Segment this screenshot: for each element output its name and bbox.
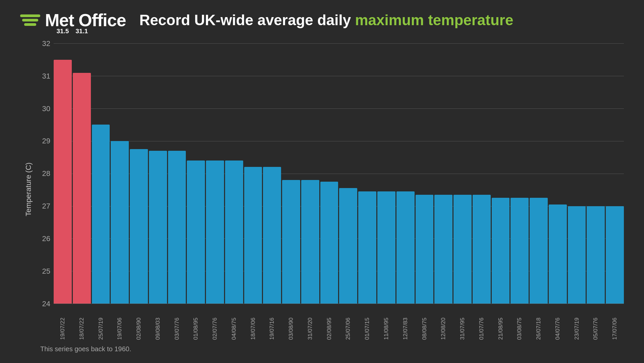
bar — [130, 149, 148, 304]
x-axis-label: 31/07/95 — [453, 305, 472, 342]
bar-wrapper — [377, 37, 395, 304]
bar — [377, 191, 395, 304]
x-axis-label: 05/07/76 — [587, 305, 605, 342]
bar — [473, 195, 491, 304]
wave2-icon — [22, 19, 38, 21]
bar — [453, 195, 472, 304]
footer-note: This series goes back to 1960. — [20, 345, 624, 353]
bar-wrapper — [530, 37, 548, 304]
bar-top-label: 31.1 — [75, 28, 88, 35]
bars-container: 31.531.1 — [54, 37, 624, 304]
y-tick-label: 27 — [30, 202, 50, 211]
y-tick-label: 29 — [30, 137, 50, 145]
bar — [530, 198, 548, 304]
bar-wrapper — [473, 37, 491, 304]
y-tick-label: 32 — [30, 39, 50, 48]
x-axis-label: 25/07/06 — [339, 305, 357, 342]
bar-wrapper — [587, 37, 605, 304]
y-tick-label: 28 — [30, 169, 50, 178]
bar-wrapper — [206, 37, 224, 304]
bar-wrapper — [606, 37, 624, 304]
bar-wrapper — [511, 37, 529, 304]
bar — [168, 151, 186, 304]
bar-wrapper: 31.5 — [54, 37, 72, 304]
wave3-icon — [24, 23, 36, 26]
bar — [111, 141, 129, 304]
x-axis-label: 03/07/76 — [168, 305, 186, 342]
bar-wrapper — [187, 37, 205, 304]
bar — [187, 161, 205, 304]
logo-text: Met Office — [45, 10, 126, 30]
bar — [54, 60, 72, 304]
bar-wrapper — [396, 37, 415, 304]
x-axis-label: 04/07/76 — [549, 305, 567, 342]
x-axis-label: 31/07/20 — [301, 305, 319, 342]
y-tick-label: 30 — [30, 104, 50, 113]
x-axis-label: 19/07/22 — [54, 305, 72, 342]
bar-wrapper — [492, 37, 510, 304]
x-axis-label: 19/07/06 — [111, 305, 129, 342]
bar-wrapper: 31.1 — [73, 37, 91, 304]
bar — [263, 167, 281, 304]
bar-wrapper — [244, 37, 262, 304]
bar — [549, 205, 567, 304]
bar — [492, 198, 510, 304]
bar — [434, 195, 452, 304]
x-axis-label: 18/07/06 — [244, 305, 262, 342]
x-axis-label: 01/07/76 — [473, 305, 491, 342]
x-axis-label: 09/08/03 — [149, 305, 167, 342]
x-axis-label: 26/07/18 — [530, 305, 548, 342]
bar — [511, 198, 529, 304]
bar-wrapper — [320, 37, 338, 304]
chart-title: Record UK-wide average daily maximum tem… — [139, 12, 513, 29]
x-axis-label: 02/08/90 — [130, 305, 148, 342]
bar-wrapper — [111, 37, 129, 304]
page-container: Met Office Record UK-wide average daily … — [0, 0, 644, 363]
bar-wrapper — [568, 37, 586, 304]
x-axis-label: 03/08/90 — [282, 305, 300, 342]
bar-wrapper — [549, 37, 567, 304]
bar-wrapper — [130, 37, 148, 304]
y-tick-label: 26 — [30, 234, 50, 243]
bar — [568, 206, 586, 304]
bar — [206, 161, 224, 304]
bar-top-label: 31.5 — [56, 28, 69, 35]
grid-and-bars: 32313029282726252431.531.1 — [34, 37, 624, 304]
logo-area: Met Office — [20, 10, 126, 30]
bar — [396, 191, 415, 304]
x-axis-label: 01/08/95 — [187, 305, 205, 342]
x-axis-label: 12/07/83 — [396, 305, 415, 342]
x-axis-label: 17/07/06 — [606, 305, 624, 342]
bar — [358, 191, 376, 304]
y-tick-label: 31 — [30, 72, 50, 81]
x-axis-label: 23/07/19 — [568, 305, 586, 342]
bar — [320, 182, 338, 304]
x-axis-label: 19/07/16 — [263, 305, 281, 342]
bar-wrapper — [416, 37, 434, 304]
bar-wrapper — [92, 37, 110, 304]
bar-wrapper — [263, 37, 281, 304]
bar — [244, 167, 262, 304]
grid-line — [54, 304, 624, 304]
bar-wrapper — [339, 37, 357, 304]
x-axis-label: 02/07/76 — [206, 305, 224, 342]
bar-wrapper — [282, 37, 300, 304]
bar — [301, 180, 319, 304]
grid-line-row: 24 — [54, 304, 624, 304]
bar — [587, 206, 605, 304]
bar — [282, 180, 300, 304]
bar — [225, 161, 243, 304]
x-axis-label: 12/08/20 — [434, 305, 452, 342]
x-axis-label: 02/08/95 — [320, 305, 338, 342]
x-axis-label: 08/08/75 — [416, 305, 434, 342]
bar — [416, 195, 434, 304]
x-axis-label: 11/08/95 — [377, 305, 395, 342]
x-axis-label: 03/08/75 — [511, 305, 529, 342]
bar-wrapper — [453, 37, 472, 304]
chart-wrapper: Temperature (C) 32313029282726252431.531… — [20, 37, 624, 342]
chart-title-plain: Record UK-wide average daily — [139, 12, 355, 28]
x-axis-label: 04/08/75 — [225, 305, 243, 342]
bar-wrapper — [358, 37, 376, 304]
bar-wrapper — [301, 37, 319, 304]
bar — [339, 188, 357, 304]
